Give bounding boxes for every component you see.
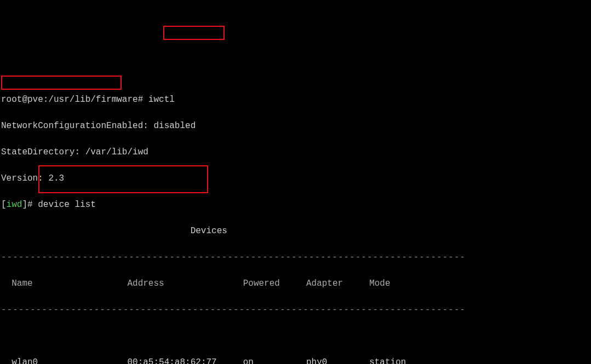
output-line: StateDirectory: /var/lib/iwd — [1, 146, 590, 159]
device-row: wlan0 00:a5:54:a8:62:77 on phy0 station — [1, 356, 590, 364]
iwd-prompt: iwd — [7, 200, 22, 210]
section-title: Devices — [1, 224, 590, 238]
divider: ----------------------------------------… — [1, 251, 590, 264]
command-iwctl: iwctl — [148, 95, 175, 105]
shell-prompt: root@pve:/usr/lib/firmware# — [1, 95, 143, 105]
highlight-box-iwctl — [163, 26, 225, 40]
divider: ----------------------------------------… — [1, 303, 590, 316]
command-device-list: device list — [38, 200, 96, 210]
terminal[interactable]: root@pve:/usr/lib/firmware# iwctl Networ… — [1, 14, 590, 364]
output-line: Version: 2.3 — [1, 172, 590, 185]
devices-header: Name Address Powered Adapter Mode — [1, 277, 590, 290]
output-line: NetworkConfigurationEnabled: disabled — [1, 119, 590, 132]
